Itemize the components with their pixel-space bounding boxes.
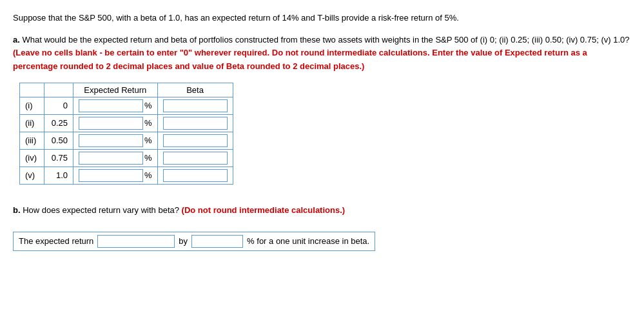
answer-b-by: by xyxy=(179,236,188,246)
col-header-empty1 xyxy=(20,83,44,97)
row-beta-cell xyxy=(157,114,233,132)
row-label: (iv) xyxy=(20,149,44,166)
table-section: Expected Return Beta (i)0%(ii)0.25%(iii)… xyxy=(13,83,631,185)
row-label: (ii) xyxy=(20,114,44,132)
er-input-0[interactable] xyxy=(79,99,143,112)
row-er-cell: % xyxy=(73,114,158,132)
question-b-text: b. How does expected return vary with be… xyxy=(13,204,631,217)
table-row: (iii)0.50% xyxy=(20,132,233,149)
er-input-4[interactable] xyxy=(79,169,143,182)
pct-sign: % xyxy=(144,136,152,145)
beta-input-3[interactable] xyxy=(163,152,228,165)
row-label: (v) xyxy=(20,166,44,184)
portfolio-table: Expected Return Beta (i)0%(ii)0.25%(iii)… xyxy=(19,83,233,185)
row-weight: 0.50 xyxy=(44,132,73,149)
er-input-1[interactable] xyxy=(79,117,143,130)
answer-b-label: The expected return xyxy=(19,236,93,246)
question-a-text: a. What would be the expected return and… xyxy=(13,34,631,74)
beta-input-0[interactable] xyxy=(163,99,228,112)
beta-input-2[interactable] xyxy=(163,134,228,147)
pct-sign: % xyxy=(144,118,152,128)
pct-sign: % xyxy=(144,101,152,110)
row-weight: 1.0 xyxy=(44,166,73,184)
intro-text: Suppose that the S&P 500, with a beta of… xyxy=(13,12,631,25)
table-row: (i)0% xyxy=(20,97,233,114)
row-beta-cell xyxy=(157,149,233,166)
table-row: (v)1.0% xyxy=(20,166,233,184)
pct-sign: % xyxy=(144,153,152,163)
beta-input-1[interactable] xyxy=(163,117,228,130)
table-row: (ii)0.25% xyxy=(20,114,233,132)
table-row: (iv)0.75% xyxy=(20,149,233,166)
col-header-beta: Beta xyxy=(157,83,233,97)
row-er-cell: % xyxy=(73,166,158,184)
er-input-3[interactable] xyxy=(79,152,143,165)
row-beta-cell xyxy=(157,166,233,184)
pct-sign: % xyxy=(144,170,152,180)
beta-input-4[interactable] xyxy=(163,169,228,182)
row-er-cell: % xyxy=(73,97,158,114)
er-input-2[interactable] xyxy=(79,134,143,147)
row-er-cell: % xyxy=(73,149,158,166)
answer-b-suffix: % for a one unit increase in beta. xyxy=(247,236,369,246)
row-weight: 0.75 xyxy=(44,149,73,166)
row-weight: 0 xyxy=(44,97,73,114)
answer-b-row: The expected return by % for a one unit … xyxy=(13,232,375,251)
col-header-er: Expected Return xyxy=(73,83,158,97)
row-label: (i) xyxy=(20,97,44,114)
row-beta-cell xyxy=(157,132,233,149)
row-beta-cell xyxy=(157,97,233,114)
row-er-cell: % xyxy=(73,132,158,149)
row-weight: 0.25 xyxy=(44,114,73,132)
answer-b-input[interactable] xyxy=(97,235,175,248)
row-label: (iii) xyxy=(20,132,44,149)
col-header-empty2 xyxy=(44,83,73,97)
answer-b-pct-input[interactable] xyxy=(191,235,243,248)
